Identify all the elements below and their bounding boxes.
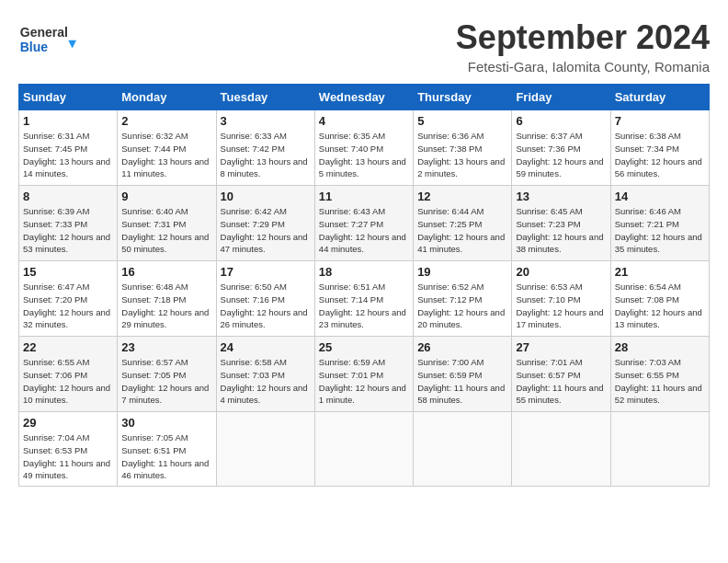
day-info: Sunrise: 6:31 AMSunset: 7:45 PMDaylight:… [23,130,113,180]
day-info: Sunrise: 6:50 AMSunset: 7:16 PMDaylight:… [221,281,311,331]
day-number: 30 [121,416,211,430]
month-title: September 2024 [456,18,710,57]
calendar-cell: 10Sunrise: 6:42 AMSunset: 7:29 PMDayligh… [216,186,314,261]
svg-marker-2 [68,40,76,49]
calendar-table: SundayMondayTuesdayWednesdayThursdayFrid… [18,84,710,487]
calendar-cell: 6Sunrise: 6:37 AMSunset: 7:36 PMDaylight… [512,110,610,186]
calendar-cell: 28Sunrise: 7:03 AMSunset: 6:55 PMDayligh… [610,337,709,412]
calendar-cell: 7Sunrise: 6:38 AMSunset: 7:34 PMDaylight… [610,110,709,186]
day-number: 1 [23,114,113,128]
day-info: Sunrise: 6:45 AMSunset: 7:23 PMDaylight:… [516,205,606,256]
calendar-cell [512,412,610,487]
svg-text:Blue: Blue [20,40,49,54]
calendar-cell: 22Sunrise: 6:55 AMSunset: 7:06 PMDayligh… [19,337,118,412]
day-number: 18 [319,265,409,279]
header-tuesday: Tuesday [216,85,314,110]
day-number: 29 [23,416,113,430]
day-number: 21 [615,265,705,279]
calendar-cell: 2Sunrise: 6:32 AMSunset: 7:44 PMDaylight… [118,110,216,186]
day-info: Sunrise: 7:01 AMSunset: 6:57 PMDaylight:… [516,356,606,407]
title-block: September 2024 Fetesti-Gara, Ialomita Co… [456,18,710,75]
day-info: Sunrise: 6:36 AMSunset: 7:38 PMDaylight:… [417,130,507,180]
calendar-cell: 20Sunrise: 6:53 AMSunset: 7:10 PMDayligh… [512,261,610,337]
day-info: Sunrise: 6:55 AMSunset: 7:06 PMDaylight:… [23,356,113,407]
location-title: Fetesti-Gara, Ialomita County, Romania [456,59,710,75]
header-monday: Monday [118,85,216,110]
calendar-cell: 18Sunrise: 6:51 AMSunset: 7:14 PMDayligh… [314,261,413,337]
day-info: Sunrise: 6:35 AMSunset: 7:40 PMDaylight:… [319,130,409,180]
calendar-cell: 14Sunrise: 6:46 AMSunset: 7:21 PMDayligh… [610,186,709,261]
day-info: Sunrise: 7:00 AMSunset: 6:59 PMDaylight:… [417,356,507,407]
calendar-cell: 13Sunrise: 6:45 AMSunset: 7:23 PMDayligh… [512,186,610,261]
day-number: 8 [23,190,113,203]
day-number: 28 [615,340,705,354]
day-number: 16 [121,265,211,279]
calendar-cell: 9Sunrise: 6:40 AMSunset: 7:31 PMDaylight… [118,186,216,261]
day-info: Sunrise: 6:48 AMSunset: 7:18 PMDaylight:… [121,281,211,331]
day-info: Sunrise: 6:39 AMSunset: 7:33 PMDaylight:… [23,205,113,256]
day-info: Sunrise: 7:03 AMSunset: 6:55 PMDaylight:… [615,356,705,407]
day-number: 13 [516,190,606,203]
day-info: Sunrise: 6:54 AMSunset: 7:08 PMDaylight:… [615,281,705,331]
day-number: 9 [121,190,211,203]
day-info: Sunrise: 6:38 AMSunset: 7:34 PMDaylight:… [615,130,705,180]
day-number: 3 [221,114,311,128]
day-info: Sunrise: 6:32 AMSunset: 7:44 PMDaylight:… [121,130,211,180]
day-number: 17 [221,265,311,279]
calendar-cell: 11Sunrise: 6:43 AMSunset: 7:27 PMDayligh… [314,186,413,261]
header-friday: Friday [512,85,610,110]
calendar-cell: 25Sunrise: 6:59 AMSunset: 7:01 PMDayligh… [314,337,413,412]
day-number: 4 [319,114,409,128]
day-info: Sunrise: 6:33 AMSunset: 7:42 PMDaylight:… [221,130,311,180]
calendar-cell [314,412,413,487]
page-header: General Blue September 2024 Fetesti-Gara… [18,18,710,75]
calendar-cell: 27Sunrise: 7:01 AMSunset: 6:57 PMDayligh… [512,337,610,412]
calendar-cell [414,412,512,487]
header-thursday: Thursday [414,85,512,110]
calendar-cell [216,412,314,487]
svg-text:General: General [20,25,68,40]
calendar-cell: 3Sunrise: 6:33 AMSunset: 7:42 PMDaylight… [216,110,314,186]
calendar-cell: 8Sunrise: 6:39 AMSunset: 7:33 PMDaylight… [19,186,118,261]
calendar-cell: 12Sunrise: 6:44 AMSunset: 7:25 PMDayligh… [414,186,512,261]
day-info: Sunrise: 7:05 AMSunset: 6:51 PMDaylight:… [121,431,211,482]
day-number: 2 [121,114,211,128]
day-info: Sunrise: 6:57 AMSunset: 7:05 PMDaylight:… [121,356,211,407]
day-number: 25 [319,340,409,354]
logo: General Blue [18,18,83,64]
day-number: 27 [516,340,606,354]
calendar-week-5: 29Sunrise: 7:04 AMSunset: 6:53 PMDayligh… [19,412,710,487]
calendar-cell: 4Sunrise: 6:35 AMSunset: 7:40 PMDaylight… [314,110,413,186]
day-number: 19 [417,265,507,279]
calendar-week-2: 8Sunrise: 6:39 AMSunset: 7:33 PMDaylight… [19,186,710,261]
day-number: 7 [615,114,705,128]
header-sunday: Sunday [19,85,118,110]
calendar-week-3: 15Sunrise: 6:47 AMSunset: 7:20 PMDayligh… [19,261,710,337]
day-info: Sunrise: 7:04 AMSunset: 6:53 PMDaylight:… [23,431,113,482]
calendar-cell: 26Sunrise: 7:00 AMSunset: 6:59 PMDayligh… [414,337,512,412]
calendar-cell: 5Sunrise: 6:36 AMSunset: 7:38 PMDaylight… [414,110,512,186]
day-number: 10 [221,190,311,203]
calendar-header-row: SundayMondayTuesdayWednesdayThursdayFrid… [19,85,710,110]
day-number: 24 [221,340,311,354]
day-info: Sunrise: 6:46 AMSunset: 7:21 PMDaylight:… [615,205,705,256]
day-number: 22 [23,340,113,354]
day-info: Sunrise: 6:40 AMSunset: 7:31 PMDaylight:… [121,205,211,256]
day-info: Sunrise: 6:51 AMSunset: 7:14 PMDaylight:… [319,281,409,331]
calendar-cell: 24Sunrise: 6:58 AMSunset: 7:03 PMDayligh… [216,337,314,412]
day-number: 12 [417,190,507,203]
calendar-week-4: 22Sunrise: 6:55 AMSunset: 7:06 PMDayligh… [19,337,710,412]
day-number: 11 [319,190,409,203]
day-info: Sunrise: 6:59 AMSunset: 7:01 PMDaylight:… [319,356,409,407]
calendar-cell: 19Sunrise: 6:52 AMSunset: 7:12 PMDayligh… [414,261,512,337]
day-info: Sunrise: 6:53 AMSunset: 7:10 PMDaylight:… [516,281,606,331]
calendar-week-1: 1Sunrise: 6:31 AMSunset: 7:45 PMDaylight… [19,110,710,186]
calendar-cell: 29Sunrise: 7:04 AMSunset: 6:53 PMDayligh… [19,412,118,487]
header-saturday: Saturday [610,85,709,110]
day-info: Sunrise: 6:42 AMSunset: 7:29 PMDaylight:… [221,205,311,256]
day-info: Sunrise: 6:58 AMSunset: 7:03 PMDaylight:… [221,356,311,407]
day-number: 23 [121,340,211,354]
calendar-cell: 16Sunrise: 6:48 AMSunset: 7:18 PMDayligh… [118,261,216,337]
day-number: 6 [516,114,606,128]
day-info: Sunrise: 6:37 AMSunset: 7:36 PMDaylight:… [516,130,606,180]
